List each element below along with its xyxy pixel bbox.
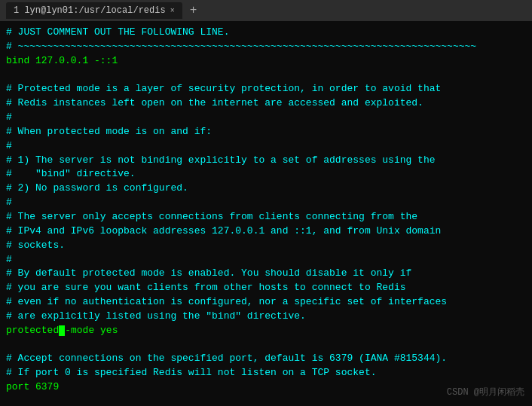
line-13: #: [6, 196, 526, 210]
line-18: # By default protected mode is enabled. …: [6, 267, 526, 281]
line-5: # Protected mode is a layer of security …: [6, 82, 526, 96]
titlebar: 1 lyn@lyn01:/usr/local/redis × +: [0, 0, 532, 21]
line-11: # "bind" directive.: [6, 167, 526, 182]
line-12: # 2) No password is configured.: [6, 182, 526, 196]
line-22: protected-mode yes: [6, 324, 526, 338]
tab-label: 1 lyn@lyn01:/usr/local/redis: [14, 5, 166, 16]
terminal-cursor: [59, 325, 65, 336]
line-17: #: [6, 253, 526, 267]
line-3: bind 127.0.0.1 -::1: [6, 54, 526, 69]
watermark: CSDN @明月闲稻壳: [447, 386, 524, 398]
line-20: # even if no authentication is configure…: [6, 295, 526, 310]
terminal-tab[interactable]: 1 lyn@lyn01:/usr/local/redis ×: [6, 2, 182, 19]
line-19: # you are sure you want clients from oth…: [6, 281, 526, 295]
line-23: [6, 338, 526, 353]
terminal-content: # JUST COMMENT OUT THE FOLLOWING LINE. #…: [0, 21, 532, 406]
line-2: # ~~~~~~~~~~~~~~~~~~~~~~~~~~~~~~~~~~~~~~…: [6, 40, 526, 54]
tab-close-button[interactable]: ×: [170, 7, 175, 15]
line-8: # When protected mode is on and if:: [6, 125, 526, 139]
line-24: # Accept connections on the specified po…: [6, 352, 526, 366]
line-7: #: [6, 111, 526, 125]
line-10: # 1) The server is not binding explicitl…: [6, 154, 526, 168]
line-1: # JUST COMMENT OUT THE FOLLOWING LINE.: [6, 26, 526, 40]
line-14: # The server only accepts connections fr…: [6, 210, 526, 224]
new-tab-button[interactable]: +: [185, 4, 202, 17]
line-4: [6, 69, 526, 83]
line-21: # are explicitly listed using the "bind"…: [6, 310, 526, 324]
line-25: # If port 0 is specified Redis will not …: [6, 366, 526, 380]
line-15: # IPv4 and IPv6 loopback addresses 127.0…: [6, 224, 526, 239]
line-6: # Redis instances left open on the inter…: [6, 96, 526, 111]
line-16: # sockets.: [6, 239, 526, 253]
line-9: #: [6, 139, 526, 154]
